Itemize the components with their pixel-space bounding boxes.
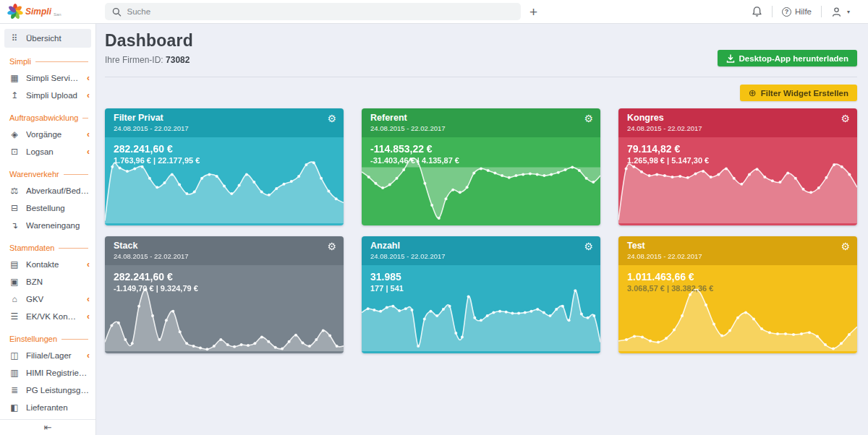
widget-body: 79.114,82 € 1.265,98 € | 5.147,30 €: [618, 137, 857, 225]
gear-icon[interactable]: ⚙: [841, 241, 850, 251]
sidebar-item-label: GKV: [26, 295, 43, 303]
barcode-icon: ▥: [9, 368, 20, 378]
sidebar-item-pg-leistungsgruppen[interactable]: ≣ PG Leistungsgruppen: [0, 382, 95, 399]
scan-icon: ▣: [9, 277, 20, 287]
search-input[interactable]: [127, 7, 514, 16]
chevron-left-icon: ‹: [87, 350, 90, 361]
user-icon: [831, 7, 842, 17]
download-icon: [726, 54, 735, 63]
sidebar-item-uebersicht[interactable]: ⠿ Übersicht: [4, 29, 91, 48]
building-icon: ⌂: [9, 294, 20, 304]
widget-value: 282.241,60 €: [114, 271, 198, 283]
widget-card-referent: Referent 24.08.2015 - 22.02.2017 ⚙ -114.…: [362, 108, 600, 225]
widget-date-range: 24.08.2015 - 22.02.2017: [370, 124, 592, 132]
help-label: Hilfe: [795, 7, 812, 16]
company-id-value: 73082: [166, 55, 190, 65]
sidebar-item-himi-registrierungs[interactable]: ▥ HIMI Registrierungs...: [0, 364, 95, 382]
widget-subvalue: -1.149,70 € | 9.324,79 €: [114, 284, 198, 293]
sidebar: ⠿ Übersicht Simpli ▦ Simpli Services ‹ ↥…: [0, 24, 96, 435]
gear-icon[interactable]: ⚙: [841, 113, 850, 124]
sidebar-section-simpli: Simpli: [9, 57, 88, 66]
sidebar-item-label: HIMI Registrierungs...: [26, 369, 90, 377]
sidebar-item-gkv[interactable]: ⌂ GKV ‹: [0, 290, 95, 308]
widget-subvalue: 3.068,57 € | 38.382,36 €: [627, 284, 713, 293]
download-button-label: Desktop-App herunterladen: [739, 54, 848, 63]
section-label: Warenverkehr: [9, 170, 59, 178]
sidebar-item-label: BZN: [26, 277, 43, 286]
create-filter-widget-button[interactable]: ⊕ Filter Widget Erstellen: [740, 85, 857, 101]
sidebar-item-wareneingang[interactable]: ↴ Wareneingang: [0, 217, 95, 234]
user-menu-button[interactable]: ▾: [822, 7, 859, 17]
widget-body: 31.985 177 | 541: [362, 265, 600, 353]
search-bar[interactable]: [105, 3, 521, 20]
widget-subvalue: 1.763,96 € | 22.177,95 €: [114, 156, 200, 165]
section-label: Einstellungen: [9, 335, 57, 343]
sidebar-item-vorgaenge[interactable]: ◈ Vorgänge ‹: [0, 126, 95, 143]
section-label: Stammdaten: [9, 244, 54, 252]
widget-header: Test 24.08.2015 - 22.02.2017 ⚙: [618, 236, 857, 265]
widget-header: Filter Privat 24.08.2015 - 22.02.2017 ⚙: [105, 108, 344, 137]
sidebar-item-logsan[interactable]: ⊡ Logsan ‹: [0, 143, 95, 160]
widget-card-anzahl: Anzahl 24.08.2015 - 22.02.2017 ⚙ 31.985 …: [362, 236, 600, 353]
logo-subtext: San: [54, 12, 61, 17]
notifications-button[interactable]: [742, 6, 772, 17]
section-label: Auftragsabwicklung: [9, 113, 78, 122]
sidebar-item-lieferanten[interactable]: ◧ Lieferanten: [0, 399, 95, 416]
widget-subvalue: 1.265,98 € | 5.147,30 €: [627, 156, 709, 165]
chevron-left-icon: ‹: [87, 311, 90, 322]
topbar: Simpli San + ? Hilfe ▾: [0, 0, 868, 24]
sidebar-item-bzn[interactable]: ▣ BZN: [0, 273, 95, 290]
collapse-sidebar-icon: ⇤: [44, 422, 52, 433]
sparkline-chart: [362, 285, 600, 353]
incoming-goods-icon: ↴: [9, 220, 20, 231]
widget-title: Test: [627, 241, 848, 251]
sidebar-collapse-button[interactable]: ⇤: [0, 419, 95, 435]
chevron-down-icon: ▾: [847, 9, 850, 15]
widget-date-range: 24.08.2015 - 22.02.2017: [114, 124, 335, 132]
widget-title: Anzahl: [370, 241, 592, 251]
widget-grid: Filter Privat 24.08.2015 - 22.02.2017 ⚙ …: [105, 108, 857, 353]
sidebar-item-abverkauf-bedarf[interactable]: ⚖ Abverkauf/Bedarf: [0, 182, 95, 199]
sparkline-chart: [362, 157, 600, 225]
gear-icon[interactable]: ⚙: [584, 241, 593, 251]
widget-date-range: 24.08.2015 - 22.02.2017: [627, 252, 848, 260]
sidebar-item-bestellung[interactable]: ⊟ Bestellung: [0, 199, 95, 217]
widget-body: -114.853,22 € -31.403,46 € | 4.135,87 €: [362, 137, 600, 225]
store-icon: ◫: [9, 350, 20, 361]
widget-card-filter-privat: Filter Privat 24.08.2015 - 22.02.2017 ⚙ …: [105, 108, 344, 225]
sidebar-item-label: Wareneingang: [26, 221, 80, 230]
chevron-left-icon: ‹: [87, 129, 90, 139]
gear-icon[interactable]: ⚙: [327, 113, 336, 124]
sparkline-chart: [105, 157, 344, 225]
sidebar-item-simpli-upload[interactable]: ↥ Simpli Upload ‹: [0, 87, 95, 104]
widget-header: Referent 24.08.2015 - 22.02.2017 ⚙: [362, 108, 600, 137]
widget-date-range: 24.08.2015 - 22.02.2017: [627, 124, 848, 132]
logo-text: Simpli: [25, 7, 51, 17]
sidebar-item-simpli-services[interactable]: ▦ Simpli Services ‹: [0, 69, 95, 87]
widget-date-range: 24.08.2015 - 22.02.2017: [114, 252, 335, 260]
upload-icon: ↥: [9, 90, 20, 100]
sparkline-chart: [618, 285, 857, 353]
search-icon: [112, 7, 122, 17]
sidebar-item-filiale-lager[interactable]: ◫ Filiale/Lager ‹: [0, 347, 95, 364]
widget-value: 79.114,82 €: [627, 143, 709, 155]
widget-title: Kongres: [627, 113, 848, 123]
widget-title: Filter Privat: [114, 113, 335, 123]
widget-value: 1.011.463,66 €: [627, 271, 713, 283]
help-button[interactable]: ? Hilfe: [773, 7, 821, 17]
app-logo[interactable]: Simpli San: [0, 4, 96, 20]
widget-title: Stack: [114, 241, 335, 251]
widget-value: 31.985: [370, 271, 404, 283]
widget-card-stack: Stack 24.08.2015 - 22.02.2017 ⚙ 282.241,…: [105, 236, 344, 353]
sidebar-item-kontakte[interactable]: ▤ Kontakte ‹: [0, 256, 95, 273]
add-tab-icon[interactable]: +: [529, 5, 537, 19]
sidebar-item-ekvk-konditionen[interactable]: ☰ EK/VK Konditionen ‹: [0, 308, 95, 325]
widget-date-range: 24.08.2015 - 22.02.2017: [370, 252, 592, 260]
chevron-left-icon: ‹: [87, 90, 90, 100]
gear-icon[interactable]: ⚙: [327, 241, 336, 251]
download-desktop-app-button[interactable]: Desktop-App herunterladen: [718, 50, 857, 66]
shop-icon: ◧: [9, 402, 20, 413]
server-icon: ▦: [9, 73, 20, 83]
sidebar-item-label: Logsan: [26, 147, 54, 156]
gear-icon[interactable]: ⚙: [584, 113, 593, 124]
